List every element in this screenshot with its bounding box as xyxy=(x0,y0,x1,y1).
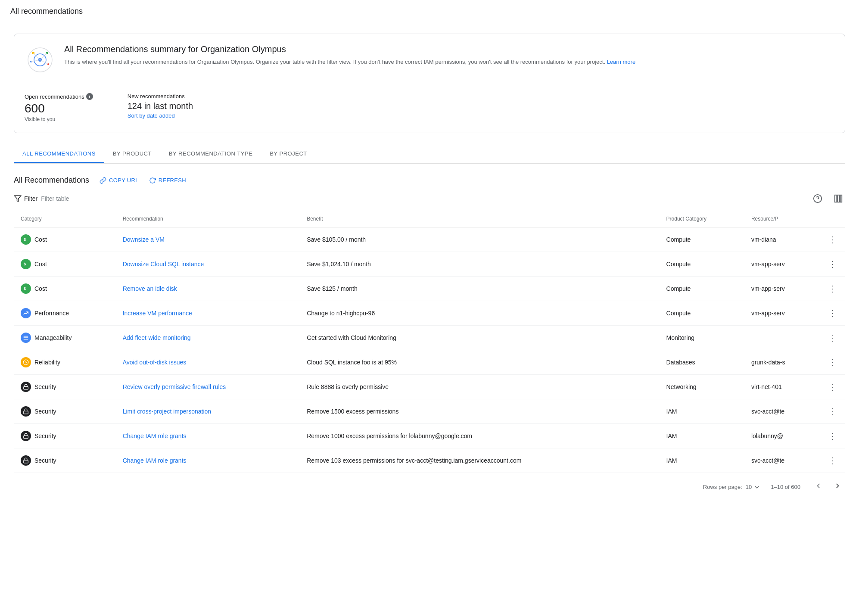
more-options-button-2[interactable]: ⋮ xyxy=(826,282,838,296)
svg-rect-14 xyxy=(835,195,837,202)
filter-icon xyxy=(14,195,22,202)
category-icon-performance xyxy=(21,308,31,318)
more-options-button-0[interactable]: ⋮ xyxy=(826,233,838,246)
category-icon-security xyxy=(21,455,31,466)
recommendation-link-9[interactable]: Change IAM role grants xyxy=(123,457,187,464)
more-options-button-3[interactable]: ⋮ xyxy=(826,306,838,320)
rows-per-page-label: Rows per page: xyxy=(703,484,742,490)
cell-resource-7: svc-acct@te xyxy=(744,399,819,424)
columns-icon[interactable] xyxy=(831,192,845,205)
learn-more-link[interactable]: Learn more xyxy=(607,59,635,65)
filter-bar: Filter Filter table xyxy=(14,192,845,205)
cell-benefit-6: Rule 8888 is overly permissive xyxy=(300,375,659,399)
recommendation-link-0[interactable]: Downsize a VM xyxy=(123,236,165,243)
recommendation-link-6[interactable]: Review overly permissive firewall rules xyxy=(123,383,226,390)
prev-page-button[interactable] xyxy=(811,480,826,494)
copy-url-button[interactable]: COPY URL xyxy=(100,177,139,184)
col-header-product-category: Product Category xyxy=(660,211,744,227)
cell-category-3: Performance xyxy=(14,301,116,326)
cell-category-6: Security xyxy=(14,375,116,399)
cell-category-1: $ Cost xyxy=(14,252,116,277)
col-header-recommendation: Recommendation xyxy=(116,211,300,227)
table-section-header: All Recommendations COPY URL REFRESH xyxy=(14,176,845,185)
page-header: All recommendations xyxy=(0,0,859,23)
filter-placeholder[interactable]: Filter table xyxy=(41,195,69,202)
cell-category-9: Security xyxy=(14,448,116,473)
cell-resource-2: vm-app-serv xyxy=(744,277,819,301)
cell-benefit-9: Remove 103 excess permissions for svc-ac… xyxy=(300,448,659,473)
cell-resource-0: vm-diana xyxy=(744,227,819,252)
open-recs-stat: Open recommendations i 600 Visible to yo… xyxy=(25,93,93,122)
more-options-button-9[interactable]: ⋮ xyxy=(826,454,838,467)
recommendation-link-1[interactable]: Downsize Cloud SQL instance xyxy=(123,261,204,268)
recommendation-link-8[interactable]: Change IAM role grants xyxy=(123,432,187,439)
table-row: Security Change IAM role grants Remove 1… xyxy=(14,448,845,473)
more-options-button-6[interactable]: ⋮ xyxy=(826,380,838,394)
tab-by-recommendation-type[interactable]: BY RECOMMENDATION TYPE xyxy=(160,145,261,163)
cell-benefit-0: Save $105.00 / month xyxy=(300,227,659,252)
tab-all-recommendations[interactable]: ALL RECOMMENDATIONS xyxy=(14,145,104,163)
cell-resource-1: vm-app-serv xyxy=(744,252,819,277)
cell-more-3: ⋮ xyxy=(819,301,845,326)
svg-marker-11 xyxy=(15,196,21,202)
link-icon xyxy=(100,177,106,184)
cell-product-category-7: IAM xyxy=(660,399,744,424)
cell-category-7: Security xyxy=(14,399,116,424)
more-options-button-8[interactable]: ⋮ xyxy=(826,429,838,443)
category-icon-reliability xyxy=(21,357,31,367)
cell-recommendation-4: Add fleet-wide monitoring xyxy=(116,326,300,350)
cell-more-1: ⋮ xyxy=(819,252,845,277)
page-title: All recommendations xyxy=(10,7,83,16)
rows-per-page-dropdown[interactable]: 10 xyxy=(746,484,760,491)
tab-by-product[interactable]: BY PRODUCT xyxy=(104,145,160,163)
cell-product-category-4: Monitoring xyxy=(660,326,744,350)
rows-per-page-value: 10 xyxy=(746,484,752,490)
sort-by-date-link[interactable]: Sort by date added xyxy=(128,112,175,119)
more-options-button-7[interactable]: ⋮ xyxy=(826,404,838,418)
table-row: Security Review overly permissive firewa… xyxy=(14,375,845,399)
category-icon-security xyxy=(21,382,31,392)
recommendation-link-3[interactable]: Increase VM performance xyxy=(123,310,192,317)
category-icon-cost: $ xyxy=(21,259,31,269)
recommendation-link-2[interactable]: Remove an idle disk xyxy=(123,285,177,292)
next-page-button[interactable] xyxy=(830,480,845,494)
cell-benefit-2: Save $125 / month xyxy=(300,277,659,301)
open-recs-info-icon[interactable]: i xyxy=(86,93,93,100)
summary-card: All Recommendations summary for Organiza… xyxy=(14,34,845,133)
table-section-title: All Recommendations xyxy=(14,176,89,185)
help-icon[interactable] xyxy=(811,192,825,205)
cell-product-category-9: IAM xyxy=(660,448,744,473)
cell-product-category-5: Databases xyxy=(660,350,744,375)
svg-text:$: $ xyxy=(24,286,26,291)
table-row: Manageability Add fleet-wide monitoring … xyxy=(14,326,845,350)
more-options-button-5[interactable]: ⋮ xyxy=(826,355,838,369)
recommendations-table: Category Recommendation Benefit Product … xyxy=(14,211,845,473)
cell-recommendation-5: Avoid out-of-disk issues xyxy=(116,350,300,375)
svg-text:$: $ xyxy=(24,237,26,242)
refresh-icon xyxy=(149,177,156,184)
cell-recommendation-6: Review overly permissive firewall rules xyxy=(116,375,300,399)
svg-rect-16 xyxy=(840,195,842,202)
svg-rect-15 xyxy=(837,195,840,202)
table-row: Security Change IAM role grants Remove 1… xyxy=(14,424,845,448)
open-recs-sub: Visible to you xyxy=(25,116,93,122)
recommendation-link-5[interactable]: Avoid out-of-disk issues xyxy=(123,359,187,366)
cell-resource-4 xyxy=(744,326,819,350)
cell-benefit-7: Remove 1500 excess permissions xyxy=(300,399,659,424)
more-options-button-4[interactable]: ⋮ xyxy=(826,331,838,345)
filter-left: Filter Filter table xyxy=(14,195,69,202)
cell-category-5: Reliability xyxy=(14,350,116,375)
refresh-button[interactable]: REFRESH xyxy=(149,177,186,184)
cell-product-category-1: Compute xyxy=(660,252,744,277)
category-icon-manageability xyxy=(21,333,31,343)
table-row: $ Cost Downsize Cloud SQL instance Save … xyxy=(14,252,845,277)
page-range: 1–10 of 600 xyxy=(771,484,800,490)
more-options-button-1[interactable]: ⋮ xyxy=(826,257,838,271)
cell-resource-6: virt-net-401 xyxy=(744,375,819,399)
recommendation-link-7[interactable]: Limit cross-project impersonation xyxy=(123,408,211,415)
tab-by-project[interactable]: BY PROJECT xyxy=(261,145,315,163)
recommendation-link-4[interactable]: Add fleet-wide monitoring xyxy=(123,334,191,341)
cell-more-5: ⋮ xyxy=(819,350,845,375)
cell-category-8: Security xyxy=(14,424,116,448)
cell-more-8: ⋮ xyxy=(819,424,845,448)
